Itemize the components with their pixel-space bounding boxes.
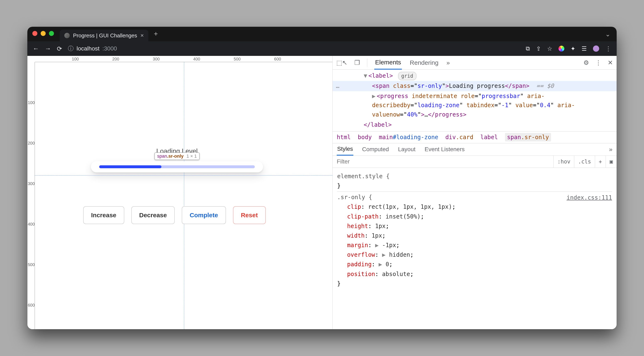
- inspect-tooltip: span.sr-only 1 × 1: [154, 152, 200, 160]
- open-in-new-icon[interactable]: ⧉: [526, 45, 530, 52]
- reading-list-icon[interactable]: ☰: [582, 45, 587, 52]
- url-host: localhost: [76, 45, 100, 52]
- ruler-horizontal: 100200300400500600: [35, 56, 332, 62]
- styles-filter-input[interactable]: [332, 156, 553, 168]
- ruler-vertical: 100200300400500600: [28, 62, 35, 329]
- address-bar[interactable]: ⓘ localhost:3000: [68, 45, 117, 53]
- progress-track: [99, 165, 255, 168]
- browser-tab[interactable]: Progress | GUI Challenges ×: [60, 30, 148, 41]
- decrease-button[interactable]: Decrease: [131, 206, 175, 224]
- back-button[interactable]: ←: [33, 45, 39, 52]
- reset-button[interactable]: Reset: [233, 206, 266, 224]
- share-icon[interactable]: ⇪: [536, 45, 541, 52]
- more-tabs-icon[interactable]: »: [446, 59, 450, 66]
- dom-tree[interactable]: ▼<label> grid<span class="sr-only">Loadi…: [332, 70, 616, 131]
- tab-title: Progress | GUI Challenges: [73, 32, 137, 39]
- tab-layout[interactable]: Layout: [398, 143, 416, 155]
- bookmark-icon[interactable]: ☆: [547, 45, 552, 52]
- page-viewport: 100200300400500600 100200300400500600 Lo…: [28, 56, 332, 329]
- browser-toolbar: ← → ⟳ ⓘ localhost:3000 ⧉ ⇪ ☆ ✦ ☰ ⋮: [28, 41, 616, 56]
- minimize-window-button[interactable]: [41, 31, 46, 36]
- tab-computed[interactable]: Computed: [362, 143, 389, 155]
- extension-color-icon[interactable]: [558, 46, 564, 52]
- device-toolbar-icon[interactable]: ❐: [354, 59, 360, 66]
- progress-fill: [99, 165, 162, 168]
- breadcrumb[interactable]: htmlbodymain#loading-zonediv.cardlabelsp…: [332, 131, 616, 143]
- devtools-panel: ⬚↖ ❐ Elements Rendering » ⚙ ⋮ ✕ ▼<label>…: [332, 56, 616, 329]
- favicon: [64, 33, 70, 38]
- menu-icon[interactable]: ⋮: [606, 45, 611, 52]
- tab-strip: Progress | GUI Challenges × + ⌄: [28, 27, 616, 41]
- url-port: :3000: [102, 45, 117, 52]
- reload-button[interactable]: ⟳: [57, 45, 62, 52]
- inspect-element-icon[interactable]: ⬚↖: [336, 59, 347, 66]
- tab-event-listeners[interactable]: Event Listeners: [424, 143, 465, 155]
- forward-button[interactable]: →: [45, 45, 51, 52]
- close-devtools-icon[interactable]: ✕: [608, 59, 613, 66]
- close-tab-icon[interactable]: ×: [140, 33, 144, 38]
- tab-rendering[interactable]: Rendering: [409, 56, 439, 69]
- styles-pane[interactable]: element.style {}index.css:111.sr-only {c…: [332, 168, 616, 329]
- window-controls: [32, 27, 54, 41]
- maximize-window-button[interactable]: [49, 31, 54, 36]
- complete-button[interactable]: Complete: [182, 206, 226, 224]
- profile-avatar[interactable]: [593, 46, 599, 52]
- more-style-tabs-icon[interactable]: »: [609, 146, 612, 153]
- kebab-menu-icon[interactable]: ⋮: [595, 59, 602, 66]
- settings-icon[interactable]: ⚙: [584, 59, 589, 66]
- extensions-icon[interactable]: ✦: [570, 45, 575, 52]
- close-window-button[interactable]: [32, 31, 37, 36]
- tab-styles[interactable]: Styles: [337, 143, 353, 155]
- tab-elements[interactable]: Elements: [374, 56, 402, 70]
- browser-window: Progress | GUI Challenges × + ⌄ ← → ⟳ ⓘ …: [28, 27, 616, 329]
- cls-toggle[interactable]: .cls: [574, 156, 595, 168]
- new-rule-button[interactable]: +: [595, 156, 606, 168]
- chevron-down-icon[interactable]: ⌄: [599, 31, 616, 38]
- toggle-sidebar-icon[interactable]: ▣: [606, 156, 616, 168]
- hov-toggle[interactable]: :hov: [553, 156, 574, 168]
- new-tab-button[interactable]: +: [148, 30, 163, 39]
- progress-card: span.sr-only 1 × 1: [91, 161, 263, 172]
- increase-button[interactable]: Increase: [83, 206, 124, 224]
- site-info-icon[interactable]: ⓘ: [68, 45, 74, 53]
